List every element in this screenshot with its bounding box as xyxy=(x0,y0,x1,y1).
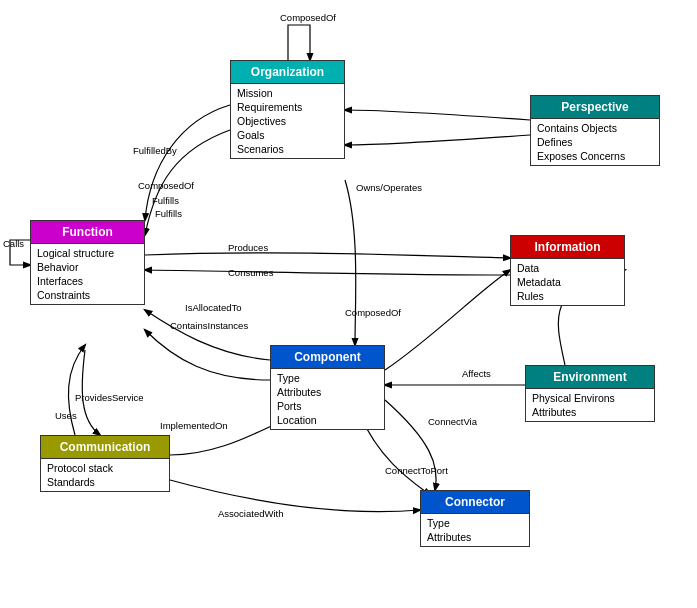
box-connector: Connector Type Attributes xyxy=(420,490,530,547)
label-fulfills-1: Fulfills xyxy=(152,195,179,206)
box-function-header: Function xyxy=(31,221,144,243)
box-environment: Environment Physical Environs Attributes xyxy=(525,365,655,422)
box-communication-header: Communication xyxy=(41,436,169,458)
label-implementedon: ImplementedOn xyxy=(160,420,228,431)
box-connector-header: Connector xyxy=(421,491,529,513)
box-component: Component Type Attributes Ports Location xyxy=(270,345,385,430)
box-information: Information Data Metadata Rules xyxy=(510,235,625,306)
label-connecttoport: ConnectToPort xyxy=(385,465,448,476)
box-connector-body: Type Attributes xyxy=(421,513,529,546)
box-communication-body: Protocol stack Standards xyxy=(41,458,169,491)
label-produces: Produces xyxy=(228,242,268,253)
label-owns-operates: Owns/Operates xyxy=(356,182,422,193)
label-providesservice: ProvidesService xyxy=(75,392,144,403)
label-containsinstances: ContainsInstances xyxy=(170,320,248,331)
label-fulfilledby: FulfilledBy xyxy=(133,145,177,156)
box-organization: Organization Mission Requirements Object… xyxy=(230,60,345,159)
box-perspective-body: Contains Objects Defines Exposes Concern… xyxy=(531,118,659,165)
box-perspective-header: Perspective xyxy=(531,96,659,118)
box-environment-body: Physical Environs Attributes xyxy=(526,388,654,421)
label-composedof-mid: ComposedOf xyxy=(345,307,401,318)
box-information-header: Information xyxy=(511,236,624,258)
label-connectvia: ConnectVia xyxy=(428,416,477,427)
label-composedof-left: ComposedOf xyxy=(138,180,194,191)
label-calls: Calls xyxy=(3,238,24,249)
label-associatedwith: AssociatedWith xyxy=(218,508,283,519)
box-perspective: Perspective Contains Objects Defines Exp… xyxy=(530,95,660,166)
label-isallocatedto: IsAllocatedTo xyxy=(185,302,242,313)
label-fulfills-2: Fulfills xyxy=(155,208,182,219)
label-affects: Affects xyxy=(462,368,491,379)
box-information-body: Data Metadata Rules xyxy=(511,258,624,305)
label-consumes: Consumes xyxy=(228,267,273,278)
box-function-body: Logical structure Behavior Interfaces Co… xyxy=(31,243,144,304)
box-function: Function Logical structure Behavior Inte… xyxy=(30,220,145,305)
diagram-container: Organization Mission Requirements Object… xyxy=(0,0,697,608)
box-organization-body: Mission Requirements Objectives Goals Sc… xyxy=(231,83,344,158)
box-environment-header: Environment xyxy=(526,366,654,388)
box-organization-header: Organization xyxy=(231,61,344,83)
label-uses: Uses xyxy=(55,410,77,421)
box-component-body: Type Attributes Ports Location xyxy=(271,368,384,429)
box-communication: Communication Protocol stack Standards xyxy=(40,435,170,492)
label-composedof-top: ComposedOf xyxy=(280,12,336,23)
box-component-header: Component xyxy=(271,346,384,368)
